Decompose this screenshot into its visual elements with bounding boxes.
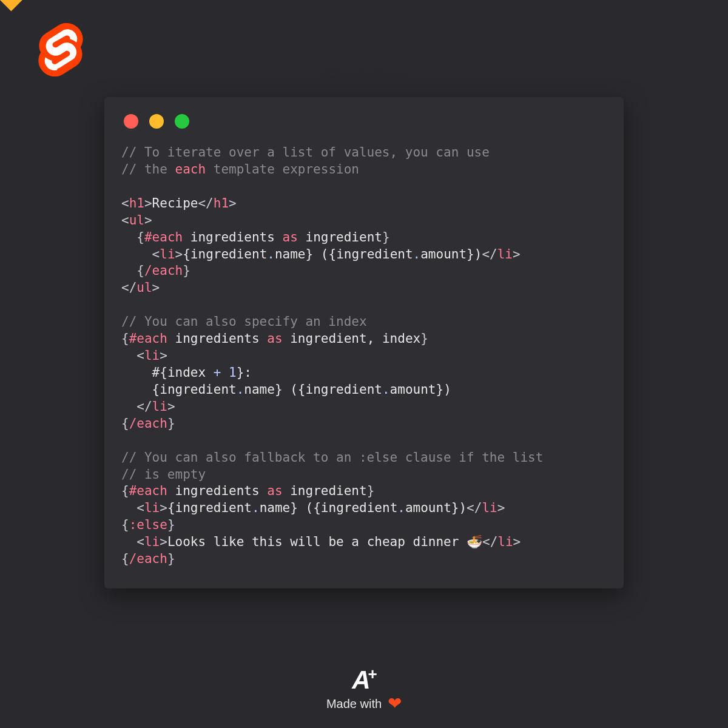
gradient-band — [0, 0, 728, 11]
window-controls — [121, 114, 607, 129]
heart-icon: ❤ — [388, 695, 402, 712]
maximize-icon — [175, 114, 189, 129]
brand-logo: A+ — [326, 666, 402, 693]
code-block: // To iterate over a list of values, you… — [121, 144, 607, 568]
minimize-icon — [149, 114, 164, 129]
footer: A+ Made with ❤ — [326, 666, 402, 712]
code-window: // To iterate over a list of values, you… — [104, 97, 624, 588]
svelte-logo-icon — [34, 23, 87, 76]
made-with-line: Made with ❤ — [326, 695, 402, 712]
close-icon — [124, 114, 138, 129]
author-handle: @flowforfrank — [323, 67, 405, 83]
